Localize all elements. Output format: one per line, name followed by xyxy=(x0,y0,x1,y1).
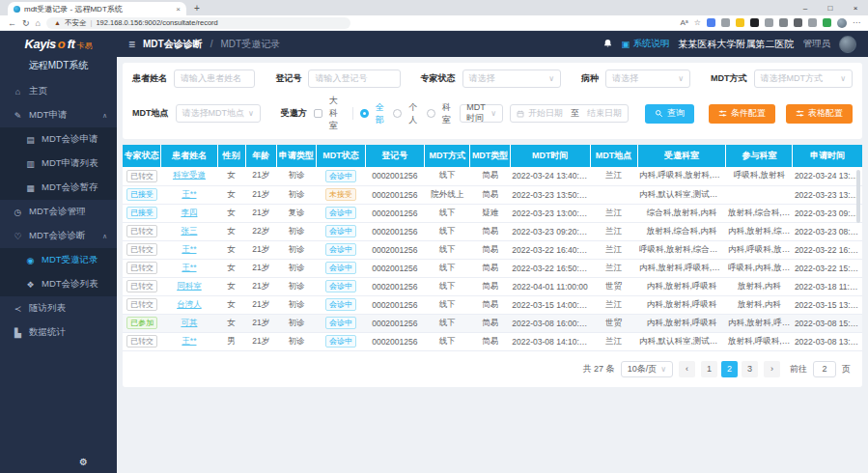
tab-close-icon[interactable]: × xyxy=(176,5,181,14)
goto-page-input[interactable]: 2 xyxy=(813,361,836,377)
window-close-button[interactable]: × xyxy=(843,0,868,15)
patient-name-link[interactable]: 张三 xyxy=(181,226,197,236)
camera-icon[interactable] xyxy=(779,18,788,27)
scrollbar[interactable] xyxy=(856,170,860,223)
gender-cell: 女 xyxy=(217,295,245,314)
radio-all[interactable] xyxy=(360,109,369,118)
apply-type-cell: 初诊 xyxy=(276,332,316,350)
prev-page-button[interactable]: ‹ xyxy=(679,361,695,377)
regno-input[interactable]: 请输入登记号 xyxy=(308,70,400,88)
user-avatar[interactable] xyxy=(839,36,856,53)
shield-icon: ❖ xyxy=(25,280,36,290)
patient-name-link[interactable]: 王** xyxy=(182,244,196,254)
patient-name-link[interactable]: 李四 xyxy=(181,208,197,217)
patient-name-link[interactable]: 台湾人 xyxy=(177,299,202,309)
extension-icon[interactable] xyxy=(823,18,831,27)
gender-cell: 女 xyxy=(217,277,245,295)
page-button-2[interactable]: 2 xyxy=(721,361,738,377)
column-header: 登记号 xyxy=(365,145,424,167)
radio-dept[interactable] xyxy=(427,109,435,118)
expert-status-badge: 已转交 xyxy=(126,335,157,348)
back-icon[interactable]: ← xyxy=(8,18,16,28)
mdt-status-badge: 会诊中 xyxy=(325,262,356,274)
patient-name-link[interactable]: 可其 xyxy=(181,318,197,327)
url-field[interactable]: ▲ 不安全 | 192.168.0.156:9002/consultate/re… xyxy=(46,17,350,29)
mdt-mode-select[interactable]: 请选择MDT方式∨ xyxy=(754,70,853,88)
more-icon[interactable]: ⋯ xyxy=(853,18,860,27)
apply-type-cell: 初诊 xyxy=(276,222,316,240)
table-config-button[interactable]: 表格配置 xyxy=(786,104,853,124)
sidebar-item-label: MDT申请 xyxy=(29,109,68,122)
expert-status-cell: 已转交 xyxy=(123,222,161,240)
date-range-input[interactable]: 开始日期 至 结束日期 xyxy=(510,104,629,123)
sidebar-item-label: MDT会诊列表 xyxy=(42,278,98,291)
mdt-mode-cell: 线下 xyxy=(424,277,469,295)
window-minimize-button[interactable]: – xyxy=(793,0,818,15)
browser-profile-avatar[interactable] xyxy=(837,18,847,28)
extension-icon[interactable] xyxy=(794,18,802,27)
extension-icon[interactable] xyxy=(721,18,730,27)
sidebar-item-mdt-apply[interactable]: ✎MDT申请∧ xyxy=(0,103,117,127)
mdt-place-cell: 兰江 xyxy=(590,167,637,185)
patient-name-link[interactable]: 科室受邀 xyxy=(173,170,206,180)
system-note-button[interactable]: ▣ 系统说明 xyxy=(622,38,670,50)
new-tab-button[interactable]: + xyxy=(194,2,200,15)
table-row: 已接受王**女21岁初诊未接受0002001256院外线上简易2022-03-2… xyxy=(123,185,862,204)
radio-personal[interactable] xyxy=(393,109,402,118)
page-button-3[interactable]: 3 xyxy=(742,361,758,377)
mdt-place-select[interactable]: 请选择MDT地点∨ xyxy=(176,104,261,123)
big-dept-checkbox[interactable] xyxy=(314,109,322,118)
patient-name-link[interactable]: 王** xyxy=(182,263,196,272)
gear-icon[interactable]: ⚙ xyxy=(79,457,88,467)
sidebar-item-follow-up-list[interactable]: ≺随访列表 xyxy=(0,296,117,320)
hamburger-icon[interactable]: ≡ xyxy=(128,38,135,51)
page-size-select[interactable]: 10条/页∨ xyxy=(621,361,673,377)
sidebar-item-mdt-apply-list[interactable]: ▥MDT申请列表 xyxy=(0,152,117,176)
search-button[interactable]: 查询 xyxy=(645,104,694,124)
extension-icon[interactable] xyxy=(707,18,715,27)
home-icon[interactable]: ⌂ xyxy=(36,18,41,28)
table-row: 已转交王**男21岁初诊会诊中0002001256线下简易2022-03-08 … xyxy=(123,332,862,350)
sidebar-item-data-statistics[interactable]: ▙数据统计 xyxy=(0,320,117,345)
patient-name-link[interactable]: 同科室 xyxy=(177,281,202,291)
bell-icon[interactable] xyxy=(602,39,613,49)
patient-name-input[interactable]: 请输入患者姓名 xyxy=(174,70,255,88)
joined-depts-cell: 呼吸科,内科,放射科,影像科 xyxy=(726,259,793,277)
sidebar-item-mdt-consult-diagnosis[interactable]: ♡MDT会诊诊断∧ xyxy=(0,224,117,248)
sidebar-item-home[interactable]: ⌂主页 xyxy=(0,79,117,103)
mdt-status-cell: 会诊中 xyxy=(317,167,366,185)
regno-cell: 0002001256 xyxy=(365,167,424,185)
user-role: 管理员 xyxy=(803,38,831,50)
extension-icon[interactable] xyxy=(750,18,759,27)
condition-config-button[interactable]: 条件配置 xyxy=(709,104,775,124)
patient-name-link[interactable]: 王** xyxy=(182,189,196,199)
sidebar-item-mdt-consult-draft[interactable]: ▦MDT会诊暂存 xyxy=(0,176,117,200)
date-to-label: 至 xyxy=(571,107,579,120)
disease-select[interactable]: 请选择∨ xyxy=(605,70,690,88)
window-maximize-button[interactable]: □ xyxy=(818,0,843,15)
patient-name-link[interactable]: 王** xyxy=(182,336,196,346)
page-button-1[interactable]: 1 xyxy=(701,361,717,377)
mdt-time-select[interactable]: MDT时间∨ xyxy=(460,104,503,123)
sidebar-item-mdt-consult-manage[interactable]: ◷MDT会诊管理 xyxy=(0,200,117,224)
sidebar-item-label: MDT会诊申请 xyxy=(42,133,98,146)
expert-status-select[interactable]: 请选择∨ xyxy=(462,70,561,88)
mdt-time-cell: 2022-03-23 13:50:00 xyxy=(510,185,590,204)
sidebar-item-mdt-invite-record[interactable]: ◉MDT受邀记录 xyxy=(0,248,117,272)
next-page-button[interactable]: › xyxy=(764,361,780,377)
favorite-star-icon[interactable]: ☆ xyxy=(694,18,701,27)
joined-depts-cell: 内科,放射科,综合科 xyxy=(726,222,793,240)
split-screen-icon[interactable] xyxy=(808,18,817,27)
expert-status-cell: 已接受 xyxy=(123,185,161,204)
browser-tab[interactable]: mdt受邀记录 - 远程MDT系统 × xyxy=(8,2,186,15)
mdt-status-cell: 会诊中 xyxy=(317,277,366,295)
refresh-icon[interactable]: ↻ xyxy=(22,18,30,28)
extension-icon[interactable] xyxy=(765,18,773,27)
mdt-status-cell: 会诊中 xyxy=(317,332,366,350)
extension-icon[interactable] xyxy=(736,18,744,27)
sidebar-item-mdt-consult-list[interactable]: ❖MDT会诊列表 xyxy=(0,272,117,296)
joined-depts-cell: 内科,放射科,呼吸科,测试科室 xyxy=(726,314,793,332)
font-resize-icon[interactable]: Aᵃ xyxy=(681,18,688,27)
sidebar-item-mdt-consult-apply[interactable]: ▤MDT会诊申请 xyxy=(0,127,117,152)
joined-depts-cell: 呼吸科,放射科 xyxy=(726,167,793,185)
